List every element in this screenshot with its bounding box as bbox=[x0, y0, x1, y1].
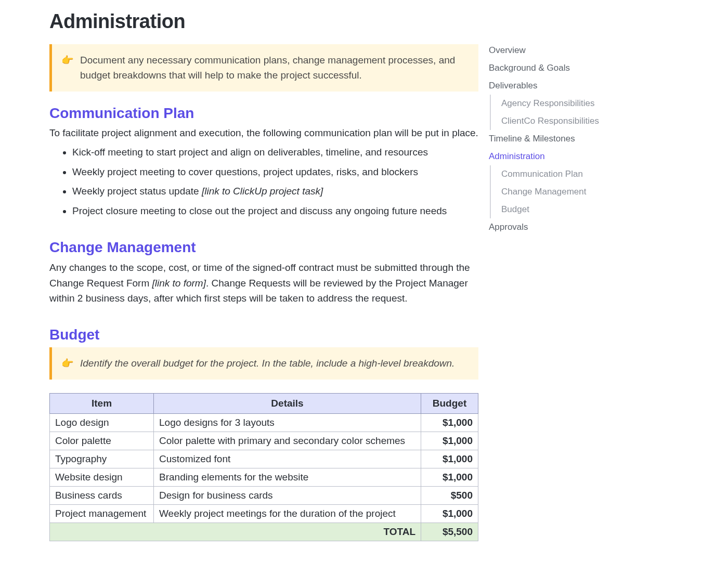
heading-communication-plan: Communication Plan bbox=[49, 105, 478, 122]
change-paragraph: Any changes to the scope, cost, or time … bbox=[49, 260, 478, 306]
cell-details: Customized font bbox=[154, 450, 421, 468]
toc-item[interactable]: Overview bbox=[489, 42, 634, 59]
cell-item: Typography bbox=[50, 450, 154, 468]
callout-budget: 👉 Identify the overall budget for the pr… bbox=[49, 347, 478, 379]
cell-budget: $1,000 bbox=[421, 504, 478, 523]
cell-budget: $1,000 bbox=[421, 468, 478, 486]
table-row: Website designBranding elements for the … bbox=[50, 468, 478, 486]
cell-item: Website design bbox=[50, 468, 154, 486]
link-placeholder[interactable]: [link to form] bbox=[152, 278, 206, 289]
table-total-row: TOTAL$5,500 bbox=[50, 523, 478, 541]
heading-change-management: Change Management bbox=[49, 239, 478, 256]
toc-item[interactable]: ClientCo Responsibilities bbox=[491, 112, 634, 130]
cell-budget: $1,000 bbox=[421, 413, 478, 432]
callout-text: Document any necessary communication pla… bbox=[80, 53, 468, 83]
cell-details: Weekly project meetings for the duration… bbox=[154, 504, 421, 523]
toc-item[interactable]: Timeline & Milestones bbox=[489, 130, 634, 148]
list-item: Weekly project status update [link to Cl… bbox=[72, 184, 478, 199]
cell-budget: $1,000 bbox=[421, 432, 478, 450]
cell-item: Logo design bbox=[50, 413, 154, 432]
list-item: Kick-off meeting to start project and al… bbox=[72, 145, 478, 160]
total-label: TOTAL bbox=[50, 523, 421, 541]
table-row: TypographyCustomized font$1,000 bbox=[50, 450, 478, 468]
table-row: Project managementWeekly project meeting… bbox=[50, 504, 478, 523]
callout-instructions: 👉 Document any necessary communication p… bbox=[49, 44, 478, 92]
section-budget: Budget 👉 Identify the overall budget for… bbox=[49, 327, 478, 541]
col-header-item: Item bbox=[50, 393, 154, 413]
budget-table: Item Details Budget Logo designLogo desi… bbox=[49, 393, 478, 541]
cell-details: Color palette with primary and secondary… bbox=[154, 432, 421, 450]
section-communication-plan: Communication Plan To facilitate project… bbox=[49, 105, 478, 218]
cell-budget: $500 bbox=[421, 486, 478, 504]
heading-budget: Budget bbox=[49, 327, 478, 343]
col-header-budget: Budget bbox=[421, 393, 478, 413]
callout-text: Identify the overall budget for the proj… bbox=[80, 356, 454, 371]
cell-item: Project management bbox=[50, 504, 154, 523]
cell-details: Logo designs for 3 layouts bbox=[154, 413, 421, 432]
communication-intro: To facilitate project alignment and exec… bbox=[49, 126, 478, 141]
table-row: Logo designLogo designs for 3 layouts$1,… bbox=[50, 413, 478, 432]
point-right-icon: 👉 bbox=[61, 53, 74, 83]
list-item: Weekly project meeting to cover question… bbox=[72, 164, 478, 179]
link-placeholder[interactable]: [link to ClickUp project task] bbox=[202, 186, 323, 197]
cell-budget: $1,000 bbox=[421, 450, 478, 468]
section-change-management: Change Management Any changes to the sco… bbox=[49, 239, 478, 306]
total-value: $5,500 bbox=[421, 523, 478, 541]
toc-item[interactable]: Agency Responsibilities bbox=[491, 95, 634, 112]
col-header-details: Details bbox=[154, 393, 421, 413]
table-of-contents: OverviewBackground & GoalsDeliverablesAg… bbox=[489, 10, 634, 236]
toc-item[interactable]: Budget bbox=[491, 201, 634, 218]
cell-item: Business cards bbox=[50, 486, 154, 504]
point-right-icon: 👉 bbox=[61, 356, 74, 371]
document-main: Administration 👉 Document any necessary … bbox=[0, 10, 489, 562]
budget-tbody: Logo designLogo designs for 3 layouts$1,… bbox=[50, 413, 478, 541]
toc-item[interactable]: Administration bbox=[489, 148, 634, 165]
toc-item[interactable]: Communication Plan bbox=[491, 165, 634, 183]
toc-item[interactable]: Approvals bbox=[489, 218, 634, 236]
toc-item[interactable]: Background & Goals bbox=[489, 59, 634, 77]
toc-item[interactable]: Change Management bbox=[491, 183, 634, 201]
communication-list: Kick-off meeting to start project and al… bbox=[49, 145, 478, 218]
toc-item[interactable]: Deliverables bbox=[489, 77, 634, 95]
list-item: Project closure meeting to close out the… bbox=[72, 203, 478, 218]
page-title: Administration bbox=[49, 10, 478, 33]
cell-item: Color palette bbox=[50, 432, 154, 450]
table-row: Color paletteColor palette with primary … bbox=[50, 432, 478, 450]
table-row: Business cardsDesign for business cards$… bbox=[50, 486, 478, 504]
cell-details: Design for business cards bbox=[154, 486, 421, 504]
cell-details: Branding elements for the website bbox=[154, 468, 421, 486]
table-header-row: Item Details Budget bbox=[50, 393, 478, 413]
